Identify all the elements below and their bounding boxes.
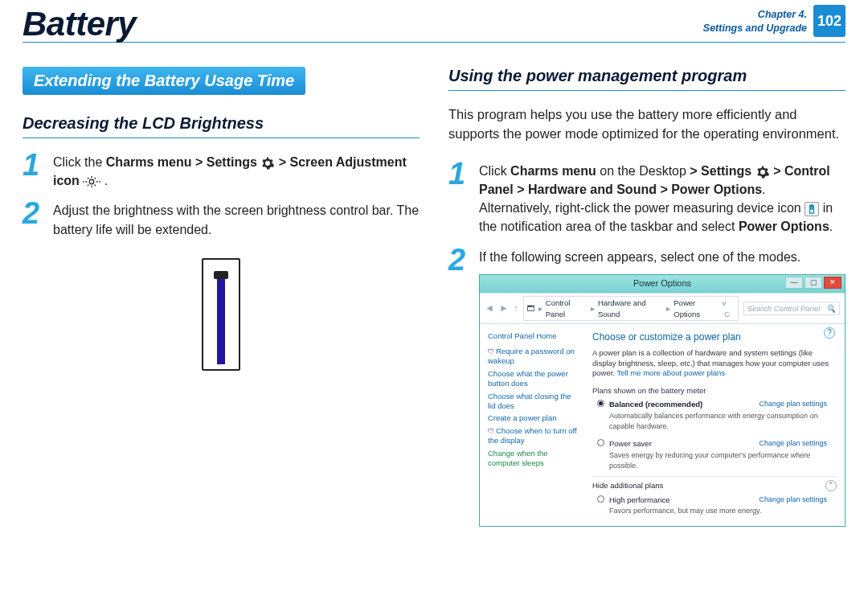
search-input[interactable]: Search Control Panel🔍: [743, 302, 840, 316]
chapter-line2: Settings and Upgrade: [703, 22, 807, 35]
sidebar-link[interactable]: Choose when to turn off the display: [488, 426, 579, 446]
gear-icon: [755, 165, 770, 179]
svg-line-8: [88, 184, 89, 186]
plan-desc: Favors performance, but may use more ene…: [609, 506, 837, 516]
bold-segment: Power Options: [739, 220, 829, 233]
radio-icon[interactable]: [597, 439, 604, 446]
sidebar-link[interactable]: Require a password on wakeup: [488, 347, 579, 366]
sidebar-home[interactable]: Control Panel Home: [488, 331, 579, 342]
radio-selected-icon[interactable]: [597, 400, 604, 407]
left-step-1: 1 Click the Charms menu > Settings > Scr…: [23, 153, 420, 190]
step-number: 1: [448, 158, 469, 236]
text: Alternatively, right-click the power mea…: [479, 201, 805, 215]
svg-line-6: [95, 184, 96, 186]
bold-segment: Charms menu: [510, 164, 596, 178]
learn-more-link[interactable]: Tell me more about power plans: [616, 368, 725, 377]
change-plan-link[interactable]: Change plan settings: [759, 438, 827, 449]
nav-up-icon[interactable]: ↑: [514, 302, 518, 315]
step-number: 1: [23, 150, 43, 190]
step-text: Adjust the brightness with the screen br…: [53, 201, 420, 238]
chapter-box: Chapter 4. Settings and Upgrade 102: [703, 5, 845, 37]
left-step-2: 2 Adjust the brightness with the screen …: [23, 201, 420, 238]
svg-line-7: [95, 178, 96, 179]
sidebar-link[interactable]: Choose what closing the lid does: [488, 392, 579, 411]
text: .: [762, 183, 765, 196]
intro-text: This program helps you use the battery m…: [448, 105, 845, 144]
change-plan-link[interactable]: Change plan settings: [759, 399, 827, 409]
sidebar-link[interactable]: Create a power plan: [488, 413, 579, 423]
left-column: Extending the Battery Usage Time Decreas…: [23, 67, 420, 538]
main-description: A power plan is a collection of hardware…: [592, 348, 837, 379]
window-titlebar: Power Options — ▢ ✕: [480, 275, 845, 293]
main-panel: ? Choose or customize a power plan A pow…: [584, 324, 845, 526]
step-text: If the following screen appears, select …: [479, 248, 845, 266]
right-column: Using the power management program This …: [448, 67, 845, 538]
section-label: Plans shown on the battery meter: [592, 385, 837, 396]
subheading-rule: [23, 138, 420, 138]
search-icon: 🔍: [826, 303, 836, 314]
window-title: Power Options: [633, 277, 691, 290]
subheading-lcd: Decreasing the LCD Brightness: [23, 114, 420, 133]
chapter-line1: Chapter 4.: [703, 8, 807, 22]
svg-rect-12: [811, 204, 813, 206]
step-number: 2: [448, 244, 469, 528]
crumb-item[interactable]: Power Options: [674, 298, 719, 320]
crumb-item[interactable]: Control Panel: [546, 298, 588, 320]
change-plan-link[interactable]: Change plan settings: [759, 495, 827, 505]
crumb-icon: 🗔: [527, 303, 535, 314]
nav-forward-icon[interactable]: ►: [499, 302, 509, 315]
window-navbar: ◄ ► ↑ 🗔▸ Control Panel▸ Hardware and Sou…: [480, 293, 845, 325]
section-banner: Extending the Battery Usage Time: [23, 67, 305, 95]
page-number-badge: 102: [813, 5, 845, 37]
maximize-button[interactable]: ▢: [805, 277, 822, 289]
nav-back-icon[interactable]: ◄: [485, 302, 494, 315]
text: Click the: [53, 155, 106, 169]
close-button[interactable]: ✕: [824, 277, 841, 289]
text: .: [829, 220, 833, 233]
right-step-2: 2 If the following screen appears, selec…: [448, 248, 845, 528]
sidebar-link[interactable]: Choose what the power button does: [488, 369, 579, 388]
plan-desc: Automatically balances performance with …: [609, 411, 837, 432]
text: Click: [479, 164, 510, 178]
power-options-window: Power Options — ▢ ✕ ◄ ► ↑: [479, 274, 845, 528]
radio-icon[interactable]: [597, 495, 604, 503]
brightness-figure: [23, 258, 420, 371]
subheading-rule: [448, 90, 845, 91]
sidebar: Control Panel Home Require a password on…: [480, 324, 584, 526]
svg-line-5: [88, 178, 89, 179]
header-rule: [23, 42, 845, 43]
main-heading: Choose or customize a power plan: [592, 331, 837, 344]
breadcrumb[interactable]: 🗔▸ Control Panel▸ Hardware and Sound▸ Po…: [523, 296, 739, 322]
page-title: Battery: [23, 5, 136, 43]
text: .: [100, 174, 108, 187]
power-meter-icon: [805, 202, 819, 216]
brightness-icon: [83, 175, 100, 189]
step-number: 2: [23, 198, 43, 238]
bold-segment: Charms menu > Settings: [106, 155, 261, 169]
hide-additional-plans[interactable]: Hide additional plans ⌃: [592, 476, 837, 491]
bold-segment: > Settings: [690, 164, 755, 178]
right-step-1: 1 Click Charms menu on the Desktop > Set…: [448, 162, 845, 236]
svg-point-0: [90, 179, 95, 184]
gear-icon: [260, 156, 275, 170]
collapse-icon[interactable]: ⌃: [825, 480, 837, 491]
plan-desc: Saves energy by reducing your computer's…: [609, 450, 837, 471]
text: on the Desktop: [596, 164, 690, 178]
brightness-slider-bar: [217, 276, 225, 364]
subheading-power: Using the power management program: [448, 67, 845, 85]
crumb-item[interactable]: Hardware and Sound: [598, 298, 663, 320]
brightness-slider-box: [202, 258, 240, 371]
svg-rect-13: [810, 210, 813, 213]
minimize-button[interactable]: —: [785, 277, 803, 289]
sidebar-link[interactable]: Change when the computer sleeps: [488, 449, 579, 468]
